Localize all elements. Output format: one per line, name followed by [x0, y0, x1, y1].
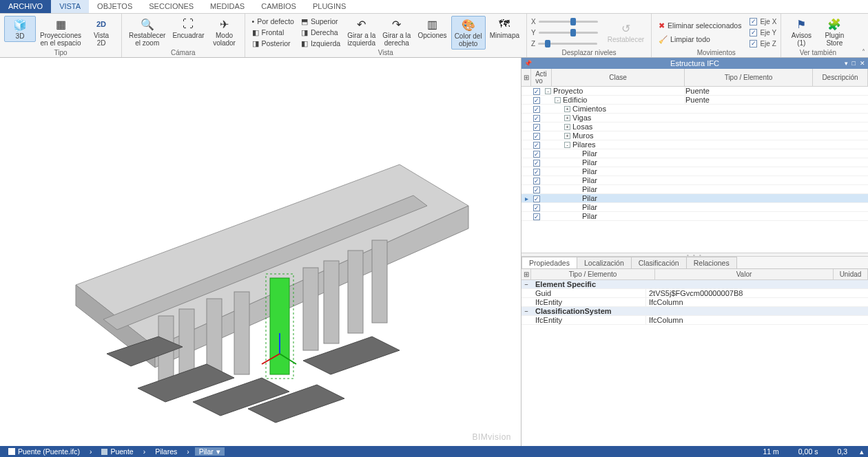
viewport-3d[interactable]: BIMvision — [0, 58, 521, 446]
expander-icon[interactable]: - — [545, 88, 551, 94]
btn-minimapa[interactable]: 🗺 Minimapa — [487, 16, 522, 41]
btn-reset-niveles[interactable]: ↺ Restablecer — [605, 20, 647, 45]
expander-icon[interactable]: + — [564, 124, 570, 130]
btn-opciones[interactable]: ▥ Opciones — [415, 16, 449, 41]
slider-x[interactable] — [539, 21, 598, 23]
expander-icon[interactable]: - — [564, 142, 570, 148]
btn-derecha[interactable]: ◨Derecha — [298, 27, 343, 38]
btn-izquierda[interactable]: ◧Izquierda — [298, 38, 343, 49]
btn-plugin-store[interactable]: 🧩 Plugin Store — [818, 16, 850, 48]
row-active-checkbox[interactable]: ✓ — [531, 185, 542, 193]
chk-ejex[interactable]: ✓ — [750, 18, 757, 25]
prop-expander[interactable]: – — [521, 281, 531, 288]
crumb-pilares[interactable]: Pilares — [151, 447, 181, 456]
ptab-propiedades[interactable]: Propiedades — [521, 257, 577, 268]
menu-tab-plugins[interactable]: PLUGINS — [304, 0, 354, 13]
status-dropdown-icon[interactable]: ▴ — [860, 447, 864, 456]
row-active-checkbox[interactable]: ✓ — [531, 194, 542, 202]
slider-z-thumb[interactable] — [545, 40, 550, 47]
btn-encuadrar[interactable]: ⛶ Encuadrar — [169, 16, 207, 41]
tree-row-8[interactable]: ✓Pilar — [521, 158, 868, 167]
row-active-checkbox[interactable]: ✓ — [531, 176, 542, 184]
th-corner[interactable]: ⊞ — [521, 69, 531, 86]
btn-limpiar-todo[interactable]: 🧹Limpiar todo — [656, 34, 744, 45]
btn-proyecciones[interactable]: ▦ Proyecciones en el espacio — [37, 16, 84, 48]
prop-row-0[interactable]: –Element Specific — [521, 280, 868, 289]
tree-row-1[interactable]: ✓-EdificioPuente — [521, 96, 868, 105]
row-active-checkbox[interactable]: ✓ — [531, 149, 542, 158]
slider-x-thumb[interactable] — [570, 18, 576, 25]
menu-tab-archivo[interactable]: ARCHIVO — [0, 0, 51, 13]
tree-row-11[interactable]: ✓Pilar — [521, 185, 868, 194]
expander-icon[interactable]: + — [564, 115, 570, 121]
slider-y-thumb[interactable] — [570, 29, 576, 36]
crumb-puente[interactable]: Puente — [97, 447, 137, 456]
tree-row-12[interactable]: ▸✓Pilar — [521, 194, 868, 203]
btn-superior[interactable]: ⬒Superior — [298, 16, 343, 27]
tree-row-0[interactable]: ✓-ProyectoPuente — [521, 87, 868, 96]
chk-ejey[interactable]: ✓ — [750, 29, 757, 36]
prop-row-4[interactable]: IfcEntityIfcColumn — [521, 316, 868, 325]
th-desc[interactable]: Descripción — [813, 69, 868, 86]
row-active-checkbox[interactable]: ✓ — [531, 123, 542, 131]
btn-avisos[interactable]: ⚑ Avisos (1) — [785, 16, 817, 48]
tree-row-13[interactable]: ✓Pilar — [521, 203, 868, 212]
panel-max-icon[interactable]: □ — [852, 60, 856, 67]
btn-vista-2d[interactable]: 2D Vista 2D — [85, 16, 117, 48]
crumb-pilar[interactable]: Pilar ▾ — [195, 447, 225, 456]
menu-tab-secciones[interactable]: SECCIONES — [141, 0, 202, 13]
th-clase[interactable]: Clase — [552, 69, 685, 86]
pth-corner[interactable]: ⊞ — [521, 269, 531, 279]
btn-restablecer-zoom[interactable]: 🔍 Restablecer el zoom — [126, 16, 168, 48]
btn-modo-volador[interactable]: ✈ Modo volador — [209, 16, 240, 48]
properties-grid[interactable]: –Element SpecificGuid2tVS5j$FGvcm0000000… — [521, 280, 868, 446]
tree-row-6[interactable]: ✓-Pilares — [521, 140, 868, 149]
row-active-checkbox[interactable]: ✓ — [531, 105, 542, 113]
pin-icon[interactable]: 📌 — [524, 60, 532, 67]
tree-row-10[interactable]: ✓Pilar — [521, 176, 868, 185]
th-tipo[interactable]: Tipo / Elemento — [685, 69, 813, 86]
prop-row-2[interactable]: IfcEntityIfcColumn — [521, 298, 868, 307]
prop-row-3[interactable]: –ClassificationSystem — [521, 307, 868, 316]
row-active-checkbox[interactable]: ✓ — [531, 131, 542, 140]
structure-tree[interactable]: ✓-ProyectoPuente✓-EdificioPuente✓+Cimien… — [521, 87, 868, 253]
status-file[interactable]: Puente (Puente.ifc) — [4, 447, 84, 456]
tree-row-7[interactable]: ✓Pilar — [521, 149, 868, 158]
btn-posterior[interactable]: ◨Posterior — [249, 38, 297, 49]
menu-tab-medidas[interactable]: MEDIDAS — [202, 0, 253, 13]
tree-row-4[interactable]: ✓+Losas — [521, 123, 868, 131]
btn-3d[interactable]: 🧊 3D — [4, 16, 36, 42]
expander-icon[interactable]: + — [564, 133, 570, 139]
prop-expander[interactable]: – — [521, 308, 531, 315]
row-active-checkbox[interactable]: ✓ — [531, 212, 542, 220]
pth-valor[interactable]: Valor — [655, 269, 834, 279]
expander-icon[interactable]: - — [555, 97, 561, 103]
slider-z[interactable] — [538, 43, 597, 45]
row-active-checkbox[interactable]: ✓ — [531, 140, 542, 149]
menu-tab-vista[interactable]: VISTA — [51, 0, 89, 13]
row-active-checkbox[interactable]: ✓ — [531, 167, 542, 176]
row-active-checkbox[interactable]: ✓ — [531, 87, 542, 95]
panel-close-icon[interactable]: ✕ — [860, 60, 865, 67]
menu-tab-objetos[interactable]: OBJETOS — [89, 0, 141, 13]
tree-row-2[interactable]: ✓+Cimientos — [521, 105, 868, 114]
expander-icon[interactable]: + — [564, 106, 570, 112]
tree-row-3[interactable]: ✓+Vigas — [521, 114, 868, 123]
btn-color-objeto[interactable]: 🎨 Color del objeto — [451, 16, 486, 50]
btn-frontal[interactable]: ◧Frontal — [249, 27, 297, 38]
row-active-checkbox[interactable]: ✓ — [531, 203, 542, 211]
btn-girar-derecha[interactable]: ↷ Girar a la derecha — [380, 16, 413, 48]
tree-row-14[interactable]: ✓Pilar — [521, 212, 868, 221]
btn-girar-izquierda[interactable]: ↶ Girar a la izquierda — [344, 16, 378, 48]
btn-por-defecto[interactable]: •Por defecto — [249, 16, 297, 27]
slider-y[interactable] — [539, 32, 598, 34]
prop-row-1[interactable]: Guid2tVS5j$FGvcm00000007B8 — [521, 289, 868, 298]
row-active-checkbox[interactable]: ✓ — [531, 114, 542, 122]
menu-tab-cambios[interactable]: CAMBIOS — [253, 0, 304, 13]
tree-row-5[interactable]: ✓+Muros — [521, 131, 868, 140]
th-activo[interactable]: Acti vo — [531, 69, 552, 86]
ptab-clasificacion[interactable]: Clasificación — [631, 257, 687, 268]
ptab-localizacion[interactable]: Localización — [577, 257, 632, 268]
pth-tipo[interactable]: Tipo / Elemento — [531, 269, 655, 279]
ptab-relaciones[interactable]: Relaciones — [686, 257, 737, 268]
